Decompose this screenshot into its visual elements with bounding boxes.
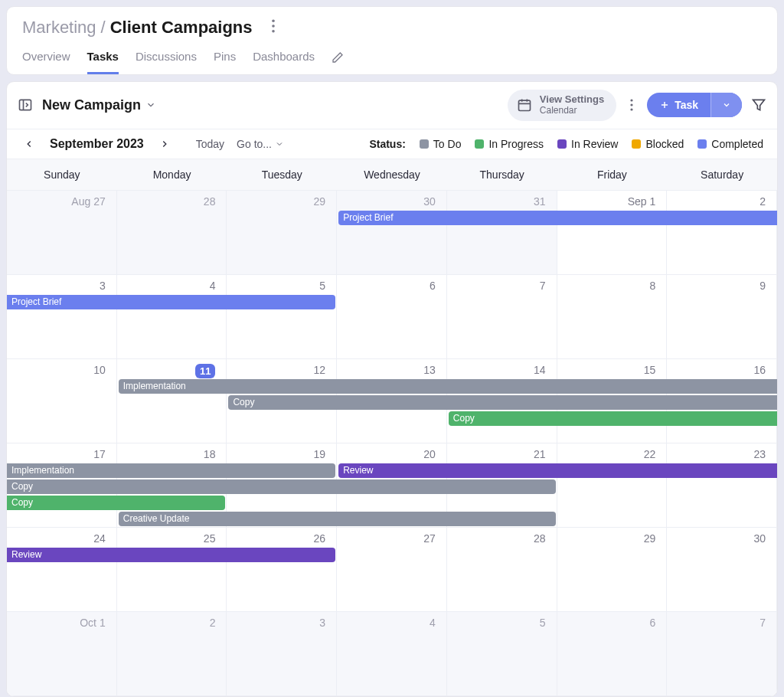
calendar-cell[interactable]: 7 (447, 275, 557, 359)
tab-discussions[interactable]: Discussions (136, 50, 197, 74)
date-label: 5 (447, 617, 550, 629)
calendar-week: 3456789Project Brief (7, 275, 777, 359)
date-label: 31 (447, 195, 550, 208)
calendar-cell[interactable]: 27 (337, 528, 447, 612)
calendar-cell[interactable]: 3 (7, 275, 117, 359)
tab-overview[interactable]: Overview (22, 50, 70, 74)
new-task-dropdown[interactable] (710, 93, 742, 117)
tab-pins[interactable]: Pins (214, 50, 236, 74)
calendar-cell[interactable]: 25 (117, 528, 227, 612)
date-label: 13 (337, 364, 440, 376)
calendar-cell[interactable]: 30 (337, 191, 447, 275)
event-bar[interactable]: Review (338, 463, 777, 478)
calendar-cell[interactable]: 31 (447, 191, 557, 275)
breadcrumb-parent[interactable]: Marketing (22, 18, 96, 38)
calendar-icon (517, 97, 532, 113)
calendar-cell[interactable]: 29 (227, 191, 337, 275)
event-bar[interactable]: Project Brief (338, 211, 777, 225)
event-bar[interactable]: Creative Update (119, 512, 556, 526)
svg-rect-5 (518, 101, 530, 111)
calendar-cell[interactable]: 6 (557, 612, 668, 696)
date-label: 28 (117, 195, 220, 208)
event-bar[interactable]: Copy (7, 479, 556, 494)
view-settings-label: View Settings (540, 94, 604, 106)
event-bar[interactable]: Project Brief (7, 295, 335, 309)
goto-button[interactable]: Go to... (237, 138, 284, 150)
legend-title: Status: (369, 138, 405, 150)
date-label: 30 (667, 532, 770, 545)
next-month-button[interactable] (156, 137, 173, 151)
svg-marker-14 (753, 100, 765, 110)
prev-month-button[interactable] (21, 137, 38, 151)
view-title[interactable]: New Campaign (42, 97, 156, 113)
calendar-cell[interactable]: 9 (667, 275, 777, 359)
calendar-cell[interactable]: Aug 27 (7, 191, 117, 275)
svg-rect-3 (20, 100, 31, 110)
calendar-cell[interactable]: 5 (227, 275, 337, 359)
date-label: 7 (667, 617, 770, 629)
tab-tasks[interactable]: Tasks (87, 50, 119, 74)
calendar-cell[interactable]: 28 (447, 528, 557, 612)
calendar-cell[interactable]: 4 (117, 275, 227, 359)
event-bar[interactable]: Copy (449, 411, 777, 426)
calendar-cell[interactable]: 22 (557, 443, 668, 528)
date-label: 20 (337, 448, 440, 460)
toolbar-more-icon[interactable] (626, 98, 638, 112)
date-label: 3 (227, 617, 330, 629)
calendar-cell[interactable]: 11 (117, 359, 227, 443)
calendar-cell[interactable]: 24 (7, 528, 117, 612)
calendar-cell[interactable]: 6 (337, 275, 447, 359)
calendar-cell[interactable]: 29 (557, 528, 668, 612)
tab-dashboards[interactable]: Dashboards (253, 50, 315, 74)
nav-tabs: OverviewTasksDiscussionsPinsDashboards (22, 50, 762, 74)
date-label: 23 (667, 448, 770, 460)
calendar-cell[interactable]: 30 (667, 528, 777, 612)
new-task-button[interactable]: Task (647, 93, 742, 117)
more-icon[interactable] (268, 19, 279, 33)
calendar-cell[interactable]: 10 (7, 359, 117, 443)
date-label: 2 (117, 617, 220, 629)
event-bar[interactable]: Review (7, 548, 335, 562)
date-label: 26 (227, 532, 330, 545)
chevron-down-icon (145, 100, 156, 110)
calendar-cell[interactable]: 7 (667, 612, 777, 696)
calendar-cell[interactable]: 3 (227, 612, 337, 696)
date-label: 9 (667, 280, 770, 292)
today-button[interactable]: Today (196, 138, 224, 150)
filter-icon[interactable] (751, 97, 766, 113)
calendar-cell[interactable]: 2 (117, 612, 227, 696)
legend-to-do: To Do (420, 138, 462, 150)
day-of-week-header: SundayMondayTuesdayWednesdayThursdayFrid… (7, 159, 777, 191)
calendar-cell[interactable]: Sep 1 (557, 191, 668, 275)
calendar-cell[interactable]: 4 (337, 612, 447, 696)
calendar-week: Oct 1234567 (7, 612, 777, 696)
calendar-week: 17181920212223ImplementationReviewCopyCo… (7, 443, 777, 528)
event-bar[interactable]: Copy (228, 395, 777, 410)
panel-toggle-icon[interactable] (18, 97, 33, 113)
event-bar[interactable]: Implementation (7, 463, 335, 478)
dow-thursday: Thursday (447, 159, 557, 191)
calendar-cell[interactable]: 26 (227, 528, 337, 612)
calendar-cell[interactable]: 2 (667, 191, 777, 275)
calendar-cell[interactable]: 8 (557, 275, 668, 359)
date-label: 16 (667, 364, 770, 376)
date-label: Oct 1 (7, 617, 110, 629)
svg-point-1 (272, 25, 275, 28)
calendar-cell[interactable]: 5 (447, 612, 557, 696)
calendar-cell[interactable]: 23 (667, 443, 777, 528)
view-title-text: New Campaign (42, 97, 141, 113)
event-bar[interactable]: Copy (7, 496, 225, 510)
breadcrumb-separator: / (101, 18, 106, 38)
edit-tabs-icon[interactable] (332, 51, 344, 73)
calendar-cell[interactable]: 28 (117, 191, 227, 275)
calendar-cell[interactable]: Oct 1 (7, 612, 117, 696)
date-label: 27 (337, 532, 440, 545)
event-bar[interactable]: Implementation (119, 379, 777, 394)
new-task-label: Task (675, 99, 698, 111)
page-header: Marketing / Client Campaigns OverviewTas… (6, 6, 778, 75)
calendar-week: 24252627282930Review (7, 528, 777, 612)
date-label: 10 (7, 364, 110, 376)
date-label: 29 (557, 532, 661, 545)
dow-sunday: Sunday (7, 159, 117, 191)
view-settings-button[interactable]: View Settings Calendar (508, 90, 616, 121)
